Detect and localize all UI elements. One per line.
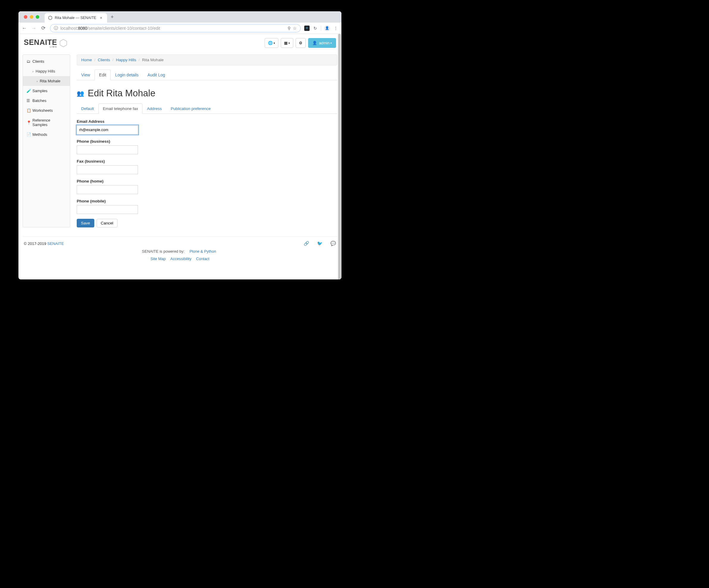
header-buttons: 🌐▾ ▦▾ ⚙ 👤 admin ▾ xyxy=(265,38,336,48)
email-field-group: Email Address xyxy=(77,119,337,134)
window-controls xyxy=(21,15,42,19)
phone-mobile-label: Phone (mobile) xyxy=(77,199,337,203)
footer-links: Site Map Accessibility Contact xyxy=(24,257,336,261)
user-menu-button[interactable]: 👤 admin ▾ xyxy=(308,38,336,48)
phone-business-input[interactable] xyxy=(77,145,138,154)
profile-avatar-icon[interactable]: 👤 xyxy=(324,25,330,31)
caret-down-icon: ▾ xyxy=(273,42,275,45)
fax-label: Fax (business) xyxy=(77,159,337,163)
apps-button[interactable]: ▦▾ xyxy=(281,38,293,48)
tab-view[interactable]: View xyxy=(77,70,95,80)
new-tab-button[interactable]: + xyxy=(107,14,117,20)
accessibility-link[interactable]: Accessibility xyxy=(170,257,191,261)
tab-login-details[interactable]: Login details xyxy=(111,70,143,80)
back-button[interactable]: ← xyxy=(21,25,27,31)
chrome-menu-icon[interactable]: ⋮ xyxy=(333,26,338,31)
browser-window: Rita Mohale — SENAITE × + ← → ⟳ ⓘ localh… xyxy=(19,11,341,279)
contacts-icon: 👥 xyxy=(77,90,84,97)
address-bar: ← → ⟳ ⓘ localhost:8080/senaite/clients/c… xyxy=(19,23,341,34)
reload-button[interactable]: ⟳ xyxy=(41,25,46,31)
user-icon: 👤 xyxy=(312,41,317,45)
sidebar-item-methods[interactable]: 📄 Methods xyxy=(23,130,70,139)
subtab-email-telephone-fax[interactable]: Email telephone fax xyxy=(99,103,143,114)
search-icon[interactable]: ⚲ xyxy=(288,26,291,31)
sidebar-item-reference-samples[interactable]: 📍 Reference Samples xyxy=(23,115,70,130)
extension-sync-icon[interactable]: ↻ xyxy=(313,26,318,31)
bookmark-star-icon[interactable]: ☆ xyxy=(293,26,297,31)
site-info-icon[interactable]: ⓘ xyxy=(54,26,58,31)
senaite-favicon-icon xyxy=(48,16,52,20)
sidebar-item-worksheets[interactable]: 📋 Worksheets xyxy=(23,106,70,115)
cancel-button[interactable]: Cancel xyxy=(97,219,117,228)
phone-home-label: Phone (home) xyxy=(77,179,337,183)
breadcrumb-clients[interactable]: Clients xyxy=(98,58,110,62)
edit-form: Email Address Phone (business) Fax (busi… xyxy=(77,119,337,228)
sidebar-item-samples[interactable]: 🧪 Samples xyxy=(23,86,70,96)
extension-icons: ⚛ ↻ 👤 ⋮ xyxy=(304,25,338,31)
contact-link[interactable]: Contact xyxy=(196,257,209,261)
email-input[interactable] xyxy=(77,126,138,134)
language-button[interactable]: 🌐▾ xyxy=(265,38,278,48)
caret-down-icon: ▾ xyxy=(288,42,290,45)
settings-button[interactable]: ⚙ xyxy=(296,38,306,48)
twitter-icon[interactable]: 🐦 xyxy=(317,241,323,246)
close-window-button[interactable] xyxy=(24,15,27,19)
footer-senaite-link[interactable]: SENAITE xyxy=(47,241,64,246)
gear-icon: ⚙ xyxy=(299,41,303,45)
content-row: 🗂 Clients › Happy Hills › Rita Mohale 🧪 … xyxy=(19,54,341,228)
email-label: Email Address xyxy=(77,119,337,124)
sidebar-item-rita-mohale[interactable]: › Rita Mohale xyxy=(23,76,70,86)
page-title: 👥 Edit Rita Mohale xyxy=(77,88,337,99)
breadcrumb-happy-hills[interactable]: Happy Hills xyxy=(116,58,136,62)
react-devtools-icon[interactable]: ⚛ xyxy=(304,26,310,31)
scrollbar-thumb[interactable] xyxy=(338,34,341,279)
chevron-right-icon: › xyxy=(32,70,34,73)
save-button[interactable]: Save xyxy=(77,219,94,228)
breadcrumb: Home / Clients / Happy Hills / Rita Moha… xyxy=(77,54,337,65)
phone-mobile-field-group: Phone (mobile) xyxy=(77,199,337,214)
tab-audit-log[interactable]: Audit Log xyxy=(143,70,169,80)
tab-edit[interactable]: Edit xyxy=(95,70,111,80)
chevron-right-icon: › xyxy=(36,79,38,83)
github-icon[interactable]: 🔗 xyxy=(304,241,309,246)
powered-by: SENAITE is powered by: Plone & Python xyxy=(24,249,336,253)
caret-down-icon: ▾ xyxy=(331,42,332,45)
sidebar-item-batches[interactable]: ☰ Batches xyxy=(23,96,70,106)
breadcrumb-home[interactable]: Home xyxy=(81,58,92,62)
scrollbar[interactable] xyxy=(338,34,341,279)
fax-input[interactable] xyxy=(77,165,138,174)
subtab-publication-preference[interactable]: Publication preference xyxy=(166,103,215,114)
worksheets-icon: 📋 xyxy=(26,108,30,113)
subtab-default[interactable]: Default xyxy=(77,103,99,114)
maximize-window-button[interactable] xyxy=(36,15,39,19)
browser-tab[interactable]: Rita Mohale — SENAITE × xyxy=(45,13,107,23)
forward-button[interactable]: → xyxy=(31,25,37,31)
phone-home-input[interactable] xyxy=(77,185,138,194)
tab-title: Rita Mohale — SENAITE xyxy=(55,16,99,20)
sitemap-link[interactable]: Site Map xyxy=(151,257,166,261)
clients-icon: 🗂 xyxy=(26,59,30,63)
senaite-logo[interactable]: SENAITE LIMS xyxy=(24,38,68,48)
url-text: localhost:8080/senaite/clients/client-10… xyxy=(60,26,285,31)
sidebar: 🗂 Clients › Happy Hills › Rita Mohale 🧪 … xyxy=(23,54,70,228)
breadcrumb-current: Rita Mohale xyxy=(142,58,163,62)
social-links: 🔗 🐦 💬 xyxy=(304,241,336,246)
tab-close-icon[interactable]: × xyxy=(99,16,104,20)
hexagon-icon xyxy=(59,38,68,48)
globe-icon: 🌐 xyxy=(268,41,273,45)
app-body: SENAITE LIMS 🌐▾ ▦▾ ⚙ 👤 admin ▾ xyxy=(19,34,341,279)
fax-field-group: Fax (business) xyxy=(77,159,337,174)
sidebar-item-happy-hills[interactable]: › Happy Hills xyxy=(23,66,70,76)
separator xyxy=(321,26,321,31)
page-tabs: View Edit Login details Audit Log xyxy=(77,70,337,80)
minimize-window-button[interactable] xyxy=(30,15,33,19)
chat-icon[interactable]: 💬 xyxy=(331,241,336,246)
samples-icon: 🧪 xyxy=(26,88,30,93)
sidebar-item-clients[interactable]: 🗂 Clients xyxy=(23,56,70,66)
url-field[interactable]: ⓘ localhost:8080/senaite/clients/client-… xyxy=(50,24,301,32)
subtab-address[interactable]: Address xyxy=(142,103,166,114)
footer: © 2017-2019 SENAITE 🔗 🐦 💬 SENAITE is pow… xyxy=(23,236,337,267)
plone-python-link[interactable]: Plone & Python xyxy=(189,249,216,253)
phone-mobile-input[interactable] xyxy=(77,205,138,214)
browser-tab-bar: Rita Mohale — SENAITE × + xyxy=(19,11,341,23)
